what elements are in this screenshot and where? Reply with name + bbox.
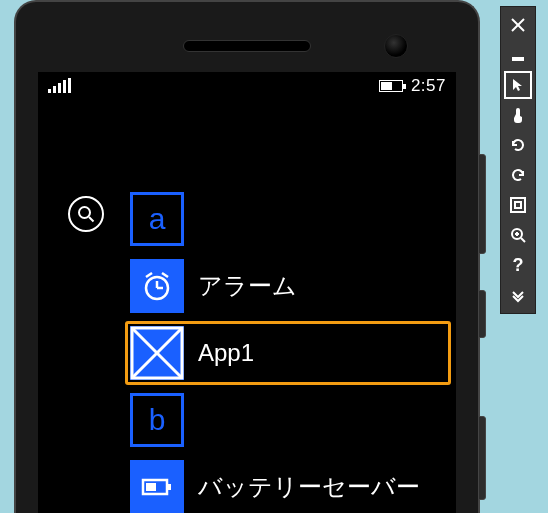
- svg-line-1: [89, 217, 94, 222]
- phone-frame: 2:57 aアラームApp1bバッテリーセーバーc: [14, 0, 480, 513]
- clock: 2:57: [411, 76, 446, 96]
- signal-icon: [48, 79, 71, 93]
- close-icon: [510, 17, 526, 33]
- camera-button: [478, 416, 486, 500]
- zoom-icon: [510, 227, 526, 243]
- expand-icon: [510, 287, 526, 303]
- app-label: アラーム: [198, 270, 297, 302]
- app-label: バッテリーセーバー: [198, 471, 420, 503]
- close-button[interactable]: [504, 11, 532, 39]
- svg-rect-10: [146, 483, 156, 491]
- app-row[interactable]: App1: [126, 322, 450, 384]
- letter-header-a[interactable]: a: [126, 188, 450, 250]
- app-list[interactable]: aアラームApp1bバッテリーセーバーc: [126, 188, 450, 513]
- search-button[interactable]: [68, 196, 104, 232]
- rotate-left-icon: [509, 136, 527, 154]
- svg-line-17: [521, 238, 525, 242]
- battery-icon: [130, 460, 184, 513]
- emulator-toolbar: ?: [500, 6, 536, 314]
- minimize-icon: [510, 47, 526, 63]
- pointer-icon: [510, 77, 526, 93]
- letter-header-b[interactable]: b: [126, 389, 450, 451]
- battery-icon: [379, 80, 403, 92]
- touch-button[interactable]: [504, 101, 532, 129]
- status-bar: 2:57: [38, 72, 456, 100]
- front-camera: [384, 34, 408, 58]
- phone-screen: 2:57 aアラームApp1bバッテリーセーバーc: [38, 72, 456, 513]
- app-row[interactable]: バッテリーセーバー: [126, 456, 450, 513]
- search-icon: [77, 205, 95, 223]
- svg-rect-13: [512, 57, 524, 61]
- rotate-right-button[interactable]: [504, 161, 532, 189]
- zoom-button[interactable]: [504, 221, 532, 249]
- svg-point-0: [79, 207, 90, 218]
- letter-tile[interactable]: b: [130, 393, 184, 447]
- svg-rect-9: [167, 484, 171, 490]
- app-label: App1: [198, 339, 254, 367]
- fit-screen-button[interactable]: [504, 191, 532, 219]
- power-button: [478, 290, 486, 338]
- pointer-button[interactable]: [504, 71, 532, 99]
- touch-icon: [510, 107, 526, 123]
- help-button[interactable]: ?: [504, 251, 532, 279]
- letter-tile[interactable]: a: [130, 192, 184, 246]
- rotate-right-icon: [509, 166, 527, 184]
- minimize-button[interactable]: [504, 41, 532, 69]
- alarm-icon: [130, 259, 184, 313]
- help-icon: ?: [513, 255, 524, 276]
- svg-rect-15: [515, 202, 521, 208]
- expand-button[interactable]: [504, 281, 532, 309]
- earpiece: [183, 40, 311, 52]
- rotate-left-button[interactable]: [504, 131, 532, 159]
- fit-screen-icon: [510, 197, 526, 213]
- volume-rocker: [478, 154, 486, 254]
- svg-rect-14: [511, 198, 525, 212]
- placeholder-icon: [130, 326, 184, 380]
- app-row[interactable]: アラーム: [126, 255, 450, 317]
